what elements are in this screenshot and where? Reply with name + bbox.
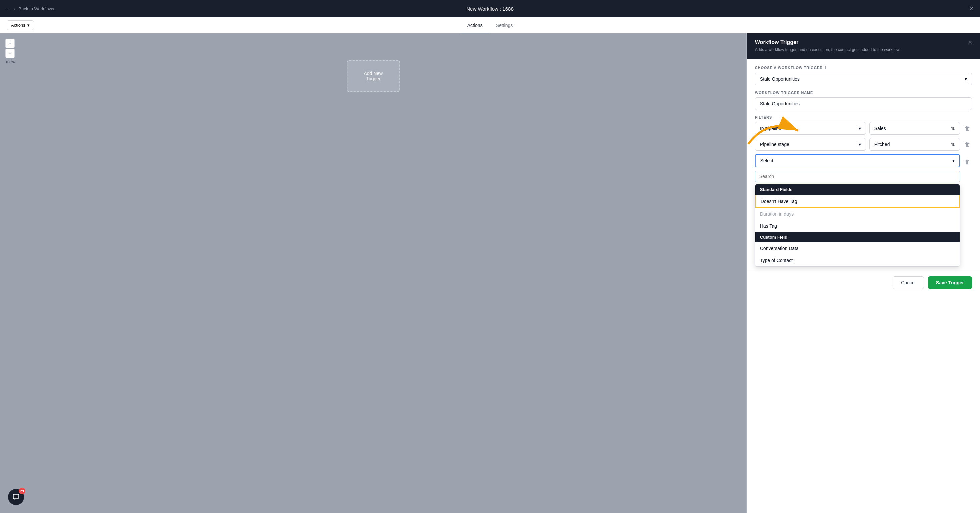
trigger-line1: Add New: [364, 71, 383, 76]
panel-footer: Cancel Save Trigger: [747, 271, 980, 294]
page-layout: ← ← Back to Workflows New Workflow : 168…: [0, 0, 980, 513]
filter-row-2: Pipeline stage ▾ Pitched ⇅ 🗑: [755, 138, 972, 151]
cancel-button[interactable]: Cancel: [892, 276, 924, 289]
dropdown-item-doesnt-have-tag[interactable]: Doesn't Have Tag: [755, 195, 960, 208]
nav-title: New Workflow : 1688: [466, 6, 514, 12]
tab-actions[interactable]: Actions: [460, 18, 489, 33]
trigger-select-value: Stale Opportunities: [760, 76, 800, 82]
filter1-value[interactable]: Sales ⇅: [869, 122, 960, 135]
chat-bubble[interactable]: 29: [8, 489, 24, 505]
filters-label: FILTERS: [755, 115, 972, 119]
filter-search-input[interactable]: [755, 171, 960, 182]
top-nav: ← ← Back to Workflows New Workflow : 168…: [0, 0, 980, 17]
dropdown-item-has-tag[interactable]: Has Tag: [755, 220, 960, 232]
chat-badge: 29: [19, 488, 25, 494]
tab-bar: Actions ▾ Actions Settings: [0, 17, 980, 33]
back-label: ← Back to Workflows: [13, 6, 54, 11]
nav-close-button[interactable]: ×: [969, 5, 973, 13]
filter-row-3: Select ▾ Standard Fields Doesn't Have Ta…: [755, 154, 972, 167]
filter2-delete-button[interactable]: 🗑: [963, 140, 972, 149]
main-area: + − 100% Add New Trigger Workflow Trigge…: [0, 33, 980, 513]
dropdown-group-custom-field: Custom Field: [755, 232, 960, 242]
trigger-select[interactable]: Stale Opportunities ▾: [755, 73, 972, 85]
filter1-delete-button[interactable]: 🗑: [963, 124, 972, 133]
chevron-down-icon: ▾: [952, 158, 955, 164]
trigger-name-label: WORKFLOW TRIGGER NAME: [755, 91, 972, 95]
info-icon: ℹ: [825, 65, 827, 70]
save-trigger-button[interactable]: Save Trigger: [928, 276, 972, 289]
zoom-out-button[interactable]: −: [5, 49, 15, 58]
chevron-down-icon: ▾: [859, 125, 861, 131]
filter-dropdown-menu: Standard Fields Doesn't Have Tag Duratio…: [755, 184, 960, 267]
sort-icon: ⇅: [951, 142, 955, 147]
tab-settings[interactable]: Settings: [489, 18, 520, 33]
filter2-select[interactable]: Pipeline stage ▾: [755, 138, 866, 151]
choose-trigger-label: CHOOSE A WORKFLOW TRIGGER ℹ: [755, 65, 972, 70]
sort-icon: ⇅: [951, 125, 955, 131]
workflow-trigger-panel: Workflow Trigger Adds a workflow trigger…: [746, 33, 980, 513]
filter1-value-text: Sales: [874, 125, 886, 131]
filter3-delete-button[interactable]: 🗑: [963, 157, 972, 167]
filter2-value-text: Pitched: [874, 142, 890, 147]
filter1-select-value: In pipeline: [760, 125, 781, 131]
dropdown-group-standard-fields: Standard Fields: [755, 184, 960, 195]
chevron-down-icon: ▾: [27, 23, 30, 28]
zoom-in-button[interactable]: +: [5, 39, 15, 48]
trigger-line2: Trigger: [364, 76, 383, 81]
panel-title: Workflow Trigger: [755, 39, 900, 45]
filter3-select-value: Select: [760, 158, 773, 164]
filter3-select[interactable]: Select ▾: [755, 154, 960, 167]
dropdown-item-duration-in-days[interactable]: Duration in days: [755, 208, 960, 220]
back-button[interactable]: ← ← Back to Workflows: [7, 6, 54, 11]
actions-dropdown-button[interactable]: Actions ▾: [7, 20, 34, 30]
workflow-canvas[interactable]: + − 100% Add New Trigger: [0, 33, 746, 513]
chevron-down-icon: ▾: [965, 76, 967, 82]
panel-body: CHOOSE A WORKFLOW TRIGGER ℹ Stale Opport…: [747, 59, 980, 177]
add-trigger-box[interactable]: Add New Trigger: [347, 60, 400, 92]
panel-header: Workflow Trigger Adds a workflow trigger…: [747, 33, 980, 59]
panel-close-button[interactable]: ×: [968, 39, 972, 46]
zoom-controls: + − 100%: [5, 39, 15, 64]
chevron-down-icon: ▾: [859, 142, 861, 147]
dropdown-item-conversation-data[interactable]: Conversation Data: [755, 242, 960, 254]
filter-row-1: In pipeline ▾ Sales ⇅ 🗑: [755, 122, 972, 135]
dropdown-item-type-of-contact[interactable]: Type of Contact: [755, 254, 960, 266]
zoom-level: 100%: [5, 60, 15, 64]
filter2-value[interactable]: Pitched ⇅: [869, 138, 960, 151]
filter2-select-value: Pipeline stage: [760, 142, 789, 147]
actions-dropdown-label: Actions: [11, 23, 25, 28]
chat-icon: [12, 493, 20, 501]
trigger-name-input[interactable]: [755, 97, 972, 110]
filter1-select[interactable]: In pipeline ▾: [755, 122, 866, 135]
back-arrow-icon: ←: [7, 6, 11, 11]
panel-subtitle: Adds a workflow trigger, and on executio…: [755, 47, 900, 52]
